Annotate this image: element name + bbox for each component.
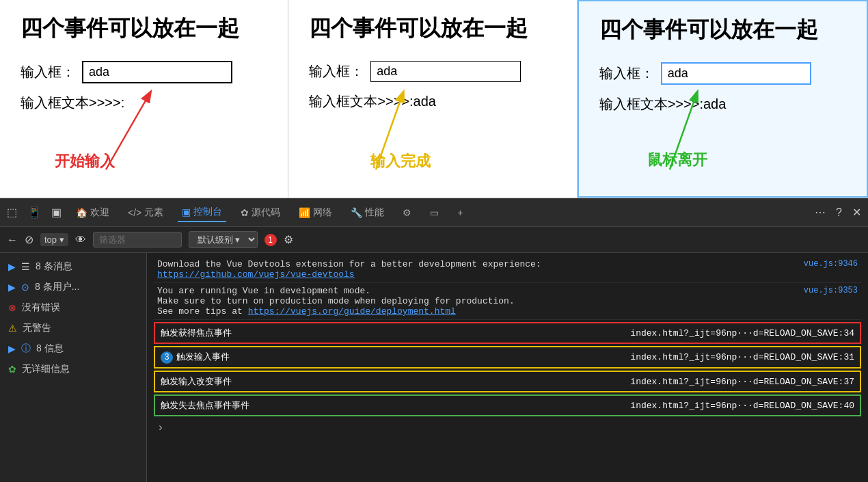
console-line-vue-devtools-content: Download the Vue Devtools extension for …	[157, 259, 797, 280]
sidebar-item-verbose[interactable]: ✿ 无详细信息	[0, 359, 146, 379]
vue-deployment-link[interactable]: https://vuejs.org/guide/deployment.html	[248, 306, 456, 317]
console-main: Download the Vue Devtools extension for …	[147, 253, 868, 482]
panel-1-input-row: 输入框：	[21, 61, 267, 83]
sidebar-icon[interactable]: ▣	[51, 206, 62, 219]
devtools-body: ▶ ☰ 8 条消息 ▶ ⊙ 8 条用户... ⊗ 没有错误 ⚠ 无警告 ▶ ⓘ …	[0, 253, 868, 482]
devtools-toolbar: ⬚ 📱 ▣ 🏠 欢迎 </> 元素 ▣ 控制台 ✿ 源代码 📶 网络 🔧 性能 …	[0, 198, 868, 227]
console-event-blur-text: 触发失去焦点事件事件	[161, 399, 249, 412]
user-icon: ⊙	[21, 282, 29, 293]
console-event-input-source[interactable]: index.html?_ijt=96np···d=RELOAD_ON_SAVE:…	[630, 352, 854, 362]
performance-icon: 🔧	[351, 207, 362, 218]
home-icon: 🏠	[76, 207, 87, 218]
more-icon[interactable]: ⋯	[815, 206, 826, 219]
panel-1-title: 四个事件可以放在一起	[21, 14, 267, 44]
sidebar-user-label: 8 条用户...	[35, 281, 79, 293]
console-line-vue-devtools: Download the Vue Devtools extension for …	[154, 256, 861, 283]
console-event-blur-source[interactable]: index.html?_ijt=96np···d=RELOAD_ON_SAVE:…	[630, 401, 854, 411]
panel-2-event-label: 输入完成	[370, 151, 431, 172]
error-badge: 1	[265, 234, 277, 246]
panel-3-title: 四个事件可以放在一起	[599, 15, 846, 45]
level-select[interactable]: 默认级别 ▾	[189, 231, 258, 248]
console-event-change-row: 触发输入改变事件 index.html?_ijt=96np···d=RELOAD…	[161, 375, 854, 388]
console-event-input: 3触发输入事件 index.html?_ijt=96np···d=RELOAD_…	[154, 346, 861, 369]
panel-3-input-label: 输入框：	[599, 64, 654, 83]
console-event-blur: 触发失去焦点事件事件 index.html?_ijt=96np···d=RELO…	[154, 394, 861, 416]
back-icon[interactable]: ←	[7, 234, 18, 246]
sidebar-verbose-label: 无详细信息	[22, 363, 70, 375]
tab-network[interactable]: 📶 网络	[295, 204, 336, 222]
console-event-input-text: 3触发输入事件	[161, 351, 230, 364]
panel-2-input-label: 输入框：	[309, 62, 364, 81]
list-icon: ☰	[21, 261, 30, 272]
sidebar-no-errors-label: 没有错误	[22, 302, 60, 314]
panel-3-input[interactable]	[661, 62, 811, 85]
console-prompt: ›	[154, 418, 861, 438]
warning-icon: ⚠	[8, 323, 17, 334]
console-line-vue-dev-mode-source[interactable]: vue.js:9353	[804, 286, 858, 295]
tab-sources[interactable]: ✿ 源代码	[236, 204, 284, 222]
device-icon[interactable]: 📱	[27, 206, 41, 219]
panel-icon: ▭	[430, 207, 439, 218]
tab-console[interactable]: ▣ 控制台	[178, 203, 226, 222]
sidebar-item-no-warnings[interactable]: ⚠ 无警告	[0, 318, 146, 338]
tab-welcome[interactable]: 🏠 欢迎	[72, 204, 113, 222]
tab-panel-box[interactable]: ▭	[426, 204, 443, 221]
top-section: 四个事件可以放在一起 输入框： 输入框文本>>>>: 开始输入 四个事件可以放在…	[0, 0, 868, 198]
network-icon: 📶	[299, 207, 310, 218]
sidebar-item-messages[interactable]: ▶ ☰ 8 条消息	[0, 256, 146, 277]
top-dropdown[interactable]: top ▾	[40, 233, 68, 246]
vue-devtools-link[interactable]: https://github.com/vuejs/vue-devtools	[157, 269, 355, 280]
sidebar-item-no-errors[interactable]: ⊗ 没有错误	[0, 297, 146, 318]
chevron-down-icon: ▾	[59, 235, 64, 245]
tab-elements[interactable]: </> 元素	[124, 204, 167, 222]
panel-2-input[interactable]	[370, 61, 521, 82]
panel-2-title: 四个事件可以放在一起	[309, 14, 556, 44]
sidebar-item-user-messages[interactable]: ▶ ⊙ 8 条用户...	[0, 277, 146, 297]
close-icon[interactable]: ✕	[852, 206, 861, 219]
panel-1-text-display: 输入框文本>>>>:	[21, 94, 267, 112]
input-badge: 3	[161, 351, 173, 364]
console-event-focus: 触发获得焦点事件 index.html?_ijt=96np···d=RELOAD…	[154, 322, 861, 344]
panel-1-event-label: 开始输入	[55, 151, 115, 172]
sources-icon: ✿	[241, 207, 249, 218]
console-line-vue-devtools-source[interactable]: vue.js:9346	[804, 259, 858, 269]
tab-add[interactable]: +	[453, 204, 467, 221]
gear-icon: ⚙	[403, 207, 411, 218]
panel-1-input[interactable]	[82, 61, 232, 83]
inspect-icon[interactable]: ⬚	[7, 206, 17, 219]
panel-3-text-display: 输入框文本>>>>:ada	[599, 95, 846, 113]
panel-1-input-label: 输入框：	[21, 63, 75, 81]
triangle-right-icon: ▶	[8, 261, 16, 272]
panel-3: 四个事件可以放在一起 输入框： 输入框文本>>>>:ada 鼠标离开	[578, 0, 868, 198]
console-event-change: 触发输入改变事件 index.html?_ijt=96np···d=RELOAD…	[154, 371, 861, 392]
console-event-change-text: 触发输入改变事件	[161, 375, 232, 388]
panel-2-input-row: 输入框：	[309, 61, 556, 82]
settings-icon[interactable]: ⚙	[284, 233, 293, 246]
console-icon: ▣	[182, 206, 191, 217]
tab-settings-gear[interactable]: ⚙	[398, 204, 416, 221]
sidebar-item-info[interactable]: ▶ ⓘ 8 信息	[0, 338, 146, 359]
console-event-change-source[interactable]: index.html?_ijt=96np···d=RELOAD_ON_SAVE:…	[630, 377, 854, 387]
console-sidebar: ▶ ☰ 8 条消息 ▶ ⊙ 8 条用户... ⊗ 没有错误 ⚠ 无警告 ▶ ⓘ …	[0, 253, 147, 482]
sidebar-messages-label: 8 条消息	[36, 260, 72, 273]
filter-input[interactable]	[93, 232, 182, 247]
triangle-right-icon2: ▶	[8, 282, 16, 293]
panel-2: 四个事件可以放在一起 输入框： 输入框文本>>>>:ada 输入完成	[288, 0, 577, 198]
console-event-focus-text: 触发获得焦点事件	[161, 327, 232, 339]
console-event-input-row: 3触发输入事件 index.html?_ijt=96np···d=RELOAD_…	[161, 351, 854, 364]
block-icon[interactable]: ⊘	[25, 233, 33, 246]
console-event-focus-row: 触发获得焦点事件 index.html?_ijt=96np···d=RELOAD…	[161, 327, 854, 339]
console-event-focus-source[interactable]: index.html?_ijt=96np···d=RELOAD_ON_SAVE:…	[630, 328, 854, 338]
triangle-right-icon3: ▶	[8, 343, 16, 354]
tab-performance[interactable]: 🔧 性能	[347, 204, 388, 222]
x-circle-icon: ⊗	[8, 302, 16, 313]
plus-icon: +	[457, 207, 463, 218]
console-line-vue-dev-mode-content: You are running Vue in development mode.…	[157, 286, 797, 317]
devtools: ⬚ 📱 ▣ 🏠 欢迎 </> 元素 ▣ 控制台 ✿ 源代码 📶 网络 🔧 性能 …	[0, 198, 868, 482]
chevron-right-icon: ›	[157, 422, 164, 434]
sidebar-no-warnings-label: 无警告	[23, 322, 51, 334]
sidebar-info-label: 8 信息	[36, 343, 64, 355]
top-label: top	[44, 235, 57, 245]
question-icon[interactable]: ?	[836, 206, 842, 219]
eye-icon[interactable]: 👁	[75, 234, 86, 246]
